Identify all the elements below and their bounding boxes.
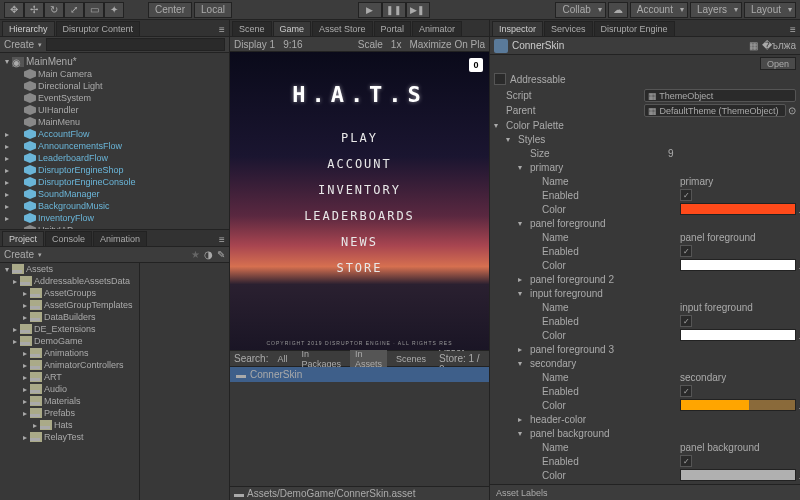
tab-project[interactable]: Project [2, 231, 44, 246]
tab-animation[interactable]: Animation [93, 231, 147, 246]
addressable-checkbox[interactable] [494, 73, 506, 85]
pivot-toggle[interactable]: Center [148, 2, 192, 18]
collab-dropdown[interactable]: Collab [555, 2, 605, 18]
tab-game[interactable]: Game [273, 21, 312, 36]
tab-scene[interactable]: Scene [232, 21, 272, 36]
tab-animator[interactable]: Animator [412, 21, 462, 36]
hierarchy-item[interactable]: UIHandler [0, 104, 229, 116]
folder-row[interactable]: ▸▬Prefabs [0, 407, 139, 419]
panel-menu-icon[interactable]: ≡ [786, 22, 800, 36]
folder-row[interactable]: ▸▬AssetGroups [0, 287, 139, 299]
hierarchy-item[interactable]: ▸SoundManager [0, 188, 229, 200]
hierarchy-item[interactable]: MainMenu [0, 116, 229, 128]
display-dropdown[interactable]: Display 1 [234, 39, 275, 50]
help-icon[interactable]: ▦ [749, 40, 758, 51]
panel-menu-icon[interactable]: ≡ [215, 232, 229, 246]
scale-value: 1x [391, 39, 402, 50]
fav-icon[interactable]: ★ [191, 249, 200, 260]
folder-row[interactable]: ▸▬Animations [0, 347, 139, 359]
hierarchy-item[interactable]: ▸LeaderboardFlow [0, 152, 229, 164]
open-button[interactable]: Open [760, 57, 796, 70]
enabled-checkbox[interactable]: ✓ [680, 455, 692, 467]
folder-row[interactable]: ▸▬Audio [0, 383, 139, 395]
step-button[interactable]: ▶❚ [406, 2, 430, 18]
maximize-toggle[interactable]: Maximize On Pla [409, 39, 485, 50]
tab-console[interactable]: Console [45, 231, 92, 246]
filter-all[interactable]: All [272, 353, 292, 365]
folder-row[interactable]: ▸▬AssetGroupTemplates [0, 299, 139, 311]
create-dropdown[interactable]: Create [4, 39, 34, 50]
hierarchy-item[interactable]: Main Camera [0, 68, 229, 80]
enabled-checkbox[interactable]: ✓ [680, 189, 692, 201]
rotate-tool[interactable]: ↻ [44, 2, 64, 18]
hierarchy-item[interactable]: Directional Light [0, 80, 229, 92]
account-dropdown[interactable]: Account [630, 2, 688, 18]
cloud-icon[interactable]: ☁ [608, 2, 628, 18]
folder-row[interactable]: ▸▬RelayTest [0, 431, 139, 443]
hand-tool[interactable]: ✥ [4, 2, 24, 18]
game-menu-item: PLAY [341, 131, 378, 145]
tab-disruptor-engine[interactable]: Disruptor Engine [594, 21, 675, 36]
scene-row[interactable]: ▾◉MainMenu* [0, 55, 229, 68]
play-button[interactable]: ▶ [358, 2, 382, 18]
search-label: Search: [234, 353, 268, 364]
folder-row[interactable]: ▸▬Materials [0, 395, 139, 407]
hierarchy-item[interactable]: ▸DisruptorEngineConsole [0, 176, 229, 188]
space-toggle[interactable]: Local [194, 2, 232, 18]
folder-row[interactable]: ▸▬ART [0, 371, 139, 383]
panel-menu-icon[interactable]: ≡ [215, 22, 229, 36]
hierarchy-tree[interactable]: ▾◉MainMenu* Main CameraDirectional Light… [0, 53, 229, 229]
hierarchy-item[interactable]: EventSystem [0, 92, 229, 104]
color-field[interactable] [680, 399, 796, 411]
tab-hierarchy[interactable]: Hierarchy [2, 21, 55, 36]
rect-tool[interactable]: ▭ [84, 2, 104, 18]
folder-row[interactable]: ▸▬AddressableAssetsData [0, 275, 139, 287]
hierarchy-item[interactable]: ▸InventoryFlow [0, 212, 229, 224]
filter-scenes[interactable]: Scenes [391, 353, 431, 365]
game-menu-item: ACCOUNT [327, 157, 392, 171]
color-field[interactable] [680, 329, 796, 341]
preset-icon[interactable]: �ължа [762, 40, 796, 51]
filter-icon[interactable]: ◑ [204, 249, 213, 260]
enabled-checkbox[interactable]: ✓ [680, 385, 692, 397]
tab-inspector[interactable]: Inspector [492, 21, 543, 36]
save-search-icon[interactable]: ✎ [217, 249, 225, 260]
pause-button[interactable]: ❚❚ [382, 2, 406, 18]
tab-asset-store[interactable]: Asset Store [312, 21, 373, 36]
folder-row[interactable]: ▾▬Assets [0, 263, 139, 275]
hierarchy-item[interactable]: ▸DisruptorEngineShop [0, 164, 229, 176]
move-tool[interactable]: ✢ [24, 2, 44, 18]
hierarchy-item[interactable]: ▸AccountFlow [0, 128, 229, 140]
transform-tool[interactable]: ✦ [104, 2, 124, 18]
folder-row[interactable]: ▸▬AnimatorControllers [0, 359, 139, 371]
hierarchy-item[interactable]: ▸BackgroundMusic [0, 200, 229, 212]
project-create-dropdown[interactable]: Create [4, 249, 34, 260]
scale-tool[interactable]: ⤢ [64, 2, 84, 18]
game-title: H.A.T.S [292, 82, 427, 107]
game-menu-item: INVENTORY [318, 183, 401, 197]
folder-row[interactable]: ▸▬DE_Extensions [0, 323, 139, 335]
enabled-checkbox[interactable]: ✓ [680, 315, 692, 327]
color-field[interactable] [680, 469, 796, 481]
aspect-dropdown[interactable]: 9:16 [283, 39, 302, 50]
hierarchy-search[interactable] [46, 38, 225, 51]
folder-row[interactable]: ▸▬DataBuilders [0, 311, 139, 323]
folder-row[interactable]: ▸▬Hats [0, 419, 139, 431]
breadcrumb[interactable]: ▬Assets/DemoGame/ConnerSkin.asset [230, 486, 489, 500]
asset-selected[interactable]: ▬ConnerSkin [230, 367, 489, 382]
parent-field[interactable]: ▦ DefaultTheme (ThemeObject) [644, 104, 786, 117]
folder-row[interactable]: ▸▬DemoGame [0, 335, 139, 347]
project-tree[interactable]: ▾▬Assets▸▬AddressableAssetsData▸▬AssetGr… [0, 263, 140, 500]
color-field[interactable] [680, 203, 796, 215]
hierarchy-item[interactable]: ▸UnityIAP [0, 224, 229, 229]
asset-labels: Asset Labels [490, 484, 800, 500]
tab-portal[interactable]: Portal [374, 21, 412, 36]
enabled-checkbox[interactable]: ✓ [680, 245, 692, 257]
color-field[interactable] [680, 259, 796, 271]
hierarchy-item[interactable]: ▸AnnouncementsFlow [0, 140, 229, 152]
tab-services[interactable]: Services [544, 21, 593, 36]
tab-disruptor-content[interactable]: Disruptor Content [56, 21, 141, 36]
addressable-label: Addressable [510, 74, 566, 85]
layout-dropdown[interactable]: Layout [744, 2, 796, 18]
layers-dropdown[interactable]: Layers [690, 2, 742, 18]
